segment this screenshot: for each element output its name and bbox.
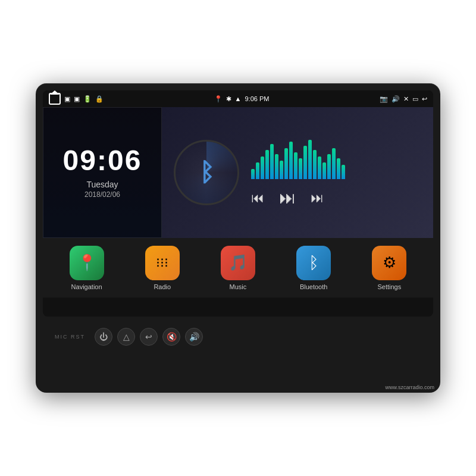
home-icon: [49, 93, 61, 105]
mic-rst-label: MIC RST: [55, 334, 85, 340]
eq-bar: [308, 140, 312, 180]
eq-bar: [299, 158, 302, 179]
camera-icon: 📷: [380, 95, 388, 103]
eq-bar: [303, 146, 307, 179]
eq-bar: [342, 165, 345, 180]
bluetooth-app-icon: ᛒ: [296, 246, 331, 280]
app-item-navigation[interactable]: 📍 Navigation: [70, 246, 104, 290]
music-label: Music: [230, 283, 247, 290]
back-button[interactable]: ↩: [140, 328, 158, 346]
car-radio-device: ▣ ▣ 🔋 🔒 📍 ✱ ▲ 9:06 PM 📷 🔊 ✕ ▭ ↩: [36, 83, 440, 393]
app-item-settings[interactable]: ⚙ Settings: [372, 246, 406, 290]
eq-bar: [337, 158, 340, 179]
eq-bar: [289, 142, 293, 179]
equalizer: [251, 137, 421, 179]
eq-bar: [294, 152, 298, 180]
music-icon: 🎵: [221, 246, 255, 280]
home-button[interactable]: △: [117, 328, 135, 346]
bluetooth-label: Bluetooth: [300, 283, 327, 290]
battery-icon: 🔋: [83, 95, 92, 103]
bottom-bar: MIC RST ⏻ △ ↩ 🔇 🔊: [43, 319, 433, 355]
clock-date: 2018/02/06: [84, 190, 120, 199]
lock-icon: 🔒: [95, 95, 104, 103]
music-section: ᛒ: [162, 107, 433, 238]
rec2-icon: ▣: [74, 95, 80, 103]
status-bar: ▣ ▣ 🔋 🔒 📍 ✱ ▲ 9:06 PM 📷 🔊 ✕ ▭ ↩: [43, 90, 433, 107]
back-icon: ↩: [422, 95, 427, 103]
volume-icon: 🔊: [392, 95, 400, 103]
clock-section: 09:06 Tuesday 2018/02/06: [43, 107, 162, 238]
eq-bar: [327, 154, 331, 179]
next-track-button[interactable]: ⏭: [279, 188, 296, 208]
wifi-icon: ▲: [235, 95, 242, 102]
eq-bar: [270, 144, 274, 180]
eq-bar: [284, 148, 288, 180]
music-controls: ⏮ ⏭ ⏭: [251, 137, 421, 208]
radio-icon: ⁝⁝⁝: [145, 246, 180, 280]
eq-bar: [261, 156, 264, 180]
radio-label: Radio: [154, 283, 171, 290]
status-left: ▣ ▣ 🔋 🔒: [49, 93, 104, 105]
bluetooth-disc: ᛒ: [174, 140, 239, 205]
eq-bar: [322, 162, 326, 179]
app-grid: 📍 Navigation ⁝⁝⁝ Radio 🎵 Music ᛒ Bluetoo…: [43, 238, 433, 298]
rewind-button[interactable]: ⏮: [251, 190, 264, 206]
screen-icon: ▭: [412, 95, 418, 103]
close-icon: ✕: [403, 95, 409, 103]
volume-up-button[interactable]: 🔊: [185, 328, 203, 346]
fast-forward-button[interactable]: ⏭: [311, 190, 324, 206]
settings-icon: ⚙: [372, 246, 406, 280]
eq-bar: [275, 154, 278, 179]
navigation-icon: 📍: [70, 246, 104, 280]
eq-bar: [313, 150, 317, 179]
playback-controls: ⏮ ⏭ ⏭: [251, 188, 421, 208]
status-time: 9:06 PM: [245, 95, 269, 102]
main-content: 09:06 Tuesday 2018/02/06 ᛒ: [43, 107, 433, 238]
device-screen: ▣ ▣ 🔋 🔒 📍 ✱ ▲ 9:06 PM 📷 🔊 ✕ ▭ ↩: [43, 90, 433, 317]
eq-bar: [265, 150, 269, 179]
eq-bar: [256, 162, 259, 179]
clock-day: Tuesday: [86, 180, 118, 189]
app-item-radio[interactable]: ⁝⁝⁝ Radio: [145, 246, 180, 290]
settings-label: Settings: [377, 283, 401, 290]
status-center: 📍 ✱ ▲ 9:06 PM: [214, 95, 270, 103]
eq-bar: [280, 161, 283, 180]
bluetooth-disc-symbol: ᛒ: [199, 158, 214, 187]
volume-down-button[interactable]: 🔇: [162, 328, 180, 346]
app-item-music[interactable]: 🎵 Music: [221, 246, 255, 290]
eq-bar: [318, 156, 321, 180]
clock-time: 09:06: [63, 146, 142, 175]
location-icon: 📍: [214, 95, 223, 103]
eq-bar: [251, 169, 255, 180]
bluetooth-status-icon: ✱: [226, 95, 231, 103]
eq-bar: [332, 148, 336, 180]
watermark: www.szcarradio.com: [385, 384, 434, 390]
power-button[interactable]: ⏻: [95, 328, 112, 346]
app-item-bluetooth[interactable]: ᛒ Bluetooth: [296, 246, 331, 290]
rec-icon: ▣: [64, 95, 70, 103]
status-right: 📷 🔊 ✕ ▭ ↩: [380, 95, 427, 103]
navigation-label: Navigation: [71, 283, 102, 290]
